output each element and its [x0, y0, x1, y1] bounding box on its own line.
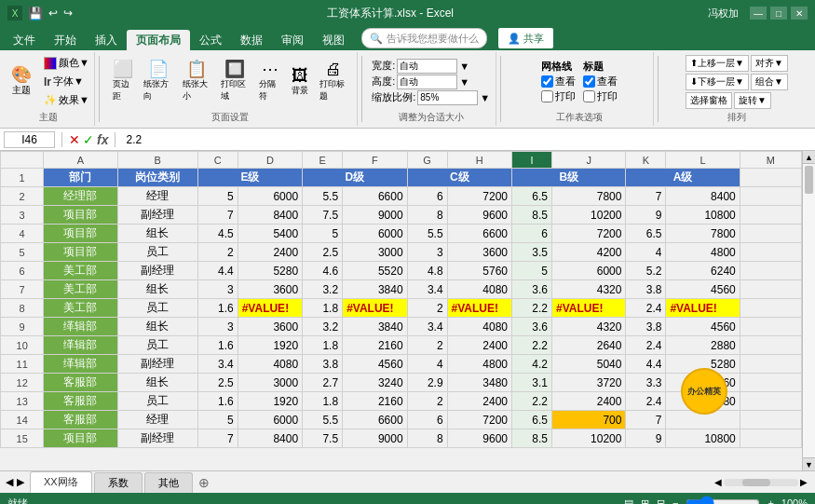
cell-E12[interactable]: 2.7 [303, 374, 343, 392]
cell-D2[interactable]: 6000 [238, 187, 302, 206]
cell-J9[interactable]: 4320 [552, 318, 626, 336]
cell-F10[interactable]: 2160 [343, 336, 407, 355]
cell-B6[interactable]: 副经理 [117, 262, 197, 280]
cell-D9[interactable]: 3600 [238, 318, 302, 336]
cell-D5[interactable]: 2400 [238, 243, 302, 262]
printarea-button[interactable]: 🔲 打印区域 [217, 59, 252, 104]
cell-C15[interactable]: 7 [197, 429, 238, 448]
cell-I14[interactable]: 6.5 [512, 411, 552, 429]
cell-C13[interactable]: 1.6 [197, 392, 238, 411]
cell-J7[interactable]: 4320 [552, 280, 626, 299]
cell-I6[interactable]: 5 [512, 262, 552, 280]
sheet-tab-xxnetwork[interactable]: XX网络 [30, 471, 92, 493]
cell-F15[interactable]: 9000 [343, 429, 407, 448]
bring-forward-button[interactable]: ⬆上移一层▼ [686, 55, 749, 72]
cell-F8[interactable]: #VALUE! [343, 299, 407, 318]
cell-D3[interactable]: 8400 [238, 206, 302, 225]
cell-C1[interactable]: E级 [197, 169, 302, 187]
cell-C11[interactable]: 3.4 [197, 355, 238, 374]
cell-K11[interactable]: 4.4 [626, 355, 666, 374]
cell-J4[interactable]: 7200 [552, 225, 626, 243]
send-backward-button[interactable]: ⬇下移一层▼ [686, 74, 749, 90]
cell-J2[interactable]: 7800 [552, 187, 626, 206]
cell-K6[interactable]: 5.2 [626, 262, 666, 280]
cell-C3[interactable]: 7 [197, 206, 238, 225]
cell-E7[interactable]: 3.2 [303, 280, 343, 299]
cell-H4[interactable]: 6600 [447, 225, 511, 243]
cell-H6[interactable]: 5760 [447, 262, 511, 280]
quick-undo[interactable]: ↩ [48, 7, 58, 20]
col-header-D[interactable]: D [238, 152, 302, 169]
cell-K10[interactable]: 2.4 [626, 336, 666, 355]
add-sheet-button[interactable]: ⊕ [198, 475, 210, 490]
cell-H12[interactable]: 3480 [447, 374, 511, 392]
cell-D4[interactable]: 5400 [238, 225, 302, 243]
cell-M3[interactable] [740, 206, 801, 225]
cell-L4[interactable]: 7800 [666, 225, 740, 243]
cell-F5[interactable]: 3000 [343, 243, 407, 262]
cell-G10[interactable]: 2 [407, 336, 447, 355]
cell-A6[interactable]: 美工部 [44, 262, 117, 280]
cell-A9[interactable]: 缂辑部 [44, 318, 117, 336]
cell-I1[interactable]: B级 [512, 169, 626, 187]
cell-I7[interactable]: 3.6 [512, 280, 552, 299]
cell-J6[interactable]: 6000 [552, 262, 626, 280]
cell-A12[interactable]: 客服部 [44, 374, 117, 392]
h-scroll-track[interactable] [724, 479, 798, 486]
cell-M5[interactable] [740, 243, 801, 262]
col-header-C[interactable]: C [197, 152, 238, 169]
tab-pagelayout[interactable]: 页面布局 [127, 30, 190, 50]
cell-F11[interactable]: 4560 [343, 355, 407, 374]
cell-H14[interactable]: 7200 [447, 411, 511, 429]
scale-input[interactable] [417, 90, 478, 105]
cell-J5[interactable]: 4200 [552, 243, 626, 262]
cell-G1[interactable]: C级 [407, 169, 511, 187]
nav-left-icon[interactable]: ◀ [4, 476, 15, 488]
cell-D7[interactable]: 3600 [238, 280, 302, 299]
cell-B1[interactable]: 岗位类别 [117, 169, 197, 187]
cell-C8[interactable]: 1.6 [197, 299, 238, 318]
orientation-button[interactable]: 📄 纸张方向 [140, 59, 175, 104]
cell-D6[interactable]: 5280 [238, 262, 302, 280]
cell-H5[interactable]: 3600 [447, 243, 511, 262]
cell-B14[interactable]: 经理 [117, 411, 197, 429]
gridlines-view-check[interactable] [541, 75, 553, 88]
height-input[interactable] [397, 75, 457, 89]
col-header-M[interactable]: M [740, 152, 801, 169]
cell-G4[interactable]: 5.5 [407, 225, 447, 243]
cell-L2[interactable]: 8400 [666, 187, 740, 206]
tab-review[interactable]: 审阅 [272, 30, 313, 50]
cell-C14[interactable]: 5 [197, 411, 238, 429]
cell-D13[interactable]: 1920 [238, 392, 302, 411]
cell-F3[interactable]: 9000 [343, 206, 407, 225]
gridlines-print-check[interactable] [541, 90, 553, 102]
cell-M15[interactable] [740, 429, 801, 448]
cell-E8[interactable]: 1.8 [303, 299, 343, 318]
col-header-B[interactable]: B [117, 152, 197, 169]
cell-E6[interactable]: 4.6 [303, 262, 343, 280]
cell-G7[interactable]: 3.4 [407, 280, 447, 299]
cell-K1[interactable]: A级 [626, 169, 740, 187]
cell-J11[interactable]: 5040 [552, 355, 626, 374]
cell-K8[interactable]: 2.4 [626, 299, 666, 318]
cell-C7[interactable]: 3 [197, 280, 238, 299]
cell-F14[interactable]: 6600 [343, 411, 407, 429]
cell-J10[interactable]: 2640 [552, 336, 626, 355]
cell-E14[interactable]: 5.5 [303, 411, 343, 429]
headings-print-check[interactable] [583, 90, 595, 102]
cell-B11[interactable]: 副经理 [117, 355, 197, 374]
cell-E5[interactable]: 2.5 [303, 243, 343, 262]
cell-G6[interactable]: 4.8 [407, 262, 447, 280]
cell-I10[interactable]: 2.2 [512, 336, 552, 355]
cell-reference[interactable] [4, 131, 55, 148]
cell-M14[interactable] [740, 411, 801, 429]
cell-K4[interactable]: 6.5 [626, 225, 666, 243]
tab-start[interactable]: 开始 [45, 30, 86, 50]
cell-G11[interactable]: 4 [407, 355, 447, 374]
h-scroll-thumb[interactable] [742, 479, 770, 486]
width-dropdown[interactable]: ▼ [459, 61, 469, 72]
formula-input[interactable] [122, 132, 811, 147]
background-button[interactable]: 🖼 背景 [287, 65, 313, 99]
maximize-button[interactable]: □ [770, 7, 787, 20]
cell-G9[interactable]: 3.4 [407, 318, 447, 336]
